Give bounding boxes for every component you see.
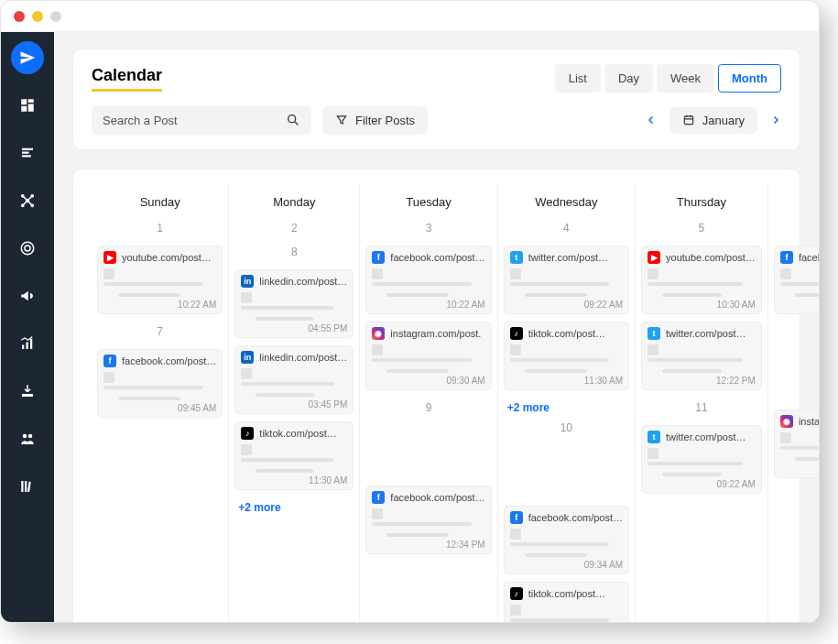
- yt-icon: ▶: [648, 251, 660, 264]
- post-card[interactable]: ffacebook.com/post…11:30 AM: [774, 246, 819, 314]
- post-card[interactable]: inlinkedin.com/post…03:45 PM: [234, 345, 354, 414]
- post-card[interactable]: ttwitter.com/post…09:22 AM: [641, 425, 762, 494]
- post-url: facebook.com/post…: [390, 252, 484, 263]
- tab-list[interactable]: List: [555, 64, 601, 93]
- svg-point-13: [25, 246, 30, 251]
- sidebar-item-feed[interactable]: [11, 136, 44, 169]
- day-number: 11: [639, 398, 764, 421]
- close-traffic-light[interactable]: [14, 11, 25, 22]
- network-icon: [19, 192, 36, 209]
- post-card[interactable]: ♪tiktok.com/post…11:30 AM: [504, 322, 629, 390]
- fb-icon: f: [510, 511, 523, 524]
- svg-rect-15: [27, 343, 28, 350]
- post-card[interactable]: ttwitter.com/post…09:22 AM: [504, 246, 629, 314]
- sidebar-item-network[interactable]: [11, 184, 44, 217]
- prev-month-button[interactable]: [646, 115, 657, 126]
- svg-rect-0: [21, 99, 27, 104]
- post-time: 10:22 AM: [103, 300, 216, 310]
- post-card[interactable]: ffacebook.com/post…12:34 PM: [365, 486, 491, 554]
- post-card[interactable]: ◉instagram.com/post.09:30 AM: [365, 322, 491, 390]
- post-url: twitter.com/post…: [528, 252, 623, 263]
- chart-icon: [19, 335, 36, 352]
- day-number: 5: [639, 218, 764, 242]
- post-time: 11:30 AM: [510, 376, 623, 386]
- post-card[interactable]: ◉instagram.com/post.09:30 AM: [774, 409, 819, 478]
- sidebar-item-library[interactable]: [11, 470, 44, 503]
- post-time: 03:45 PM: [241, 399, 347, 409]
- post-time: 11:30 AM: [241, 475, 347, 486]
- tw-icon: t: [648, 327, 660, 340]
- day-number: 4: [502, 218, 631, 242]
- calendar-column: Wednesday4ttwitter.com/post…09:22 AM♪tik…: [498, 184, 636, 622]
- svg-point-19: [28, 434, 33, 439]
- calendar-grid: Sunday1▶youtube.com/post…10:22 AM7ffaceb…: [92, 184, 781, 622]
- day-number: 7: [95, 322, 224, 345]
- tk-icon: ♪: [510, 327, 523, 340]
- post-card[interactable]: ttwitter.com/post…12:22 PM: [641, 322, 762, 390]
- next-month-button[interactable]: [770, 115, 781, 126]
- post-card[interactable]: ffacebook.com/post…09:34 AM: [504, 506, 629, 574]
- search-icon: [286, 113, 300, 127]
- svg-rect-2: [28, 104, 34, 112]
- day-header: Sunday: [95, 190, 224, 218]
- post-time: 09:30 AM: [780, 464, 819, 474]
- post-url: linkedin.com/post…: [259, 276, 347, 287]
- calendar-panel: Sunday1▶youtube.com/post…10:22 AM7ffaceb…: [72, 169, 800, 622]
- calendar-column: Friday6ffacebook.com/post…11:30 AM12◉ins…: [768, 184, 819, 622]
- filter-label: Filter Posts: [355, 114, 415, 127]
- sidebar-item-announce[interactable]: [11, 279, 44, 312]
- svg-rect-17: [22, 394, 33, 397]
- post-card[interactable]: ffacebook.com/post…10:22 AM: [365, 246, 491, 314]
- post-url: twitter.com/post…: [666, 431, 756, 442]
- svg-rect-1: [28, 99, 34, 103]
- sidebar-item-compass[interactable]: [11, 41, 44, 74]
- maximize-traffic-light[interactable]: [50, 11, 61, 22]
- post-url: facebook.com/post…: [390, 492, 484, 503]
- post-url: youtube.com/post…: [122, 252, 216, 263]
- more-posts-link[interactable]: +2 more: [233, 497, 355, 518]
- post-url: linkedin.com/post…: [259, 352, 347, 363]
- filter-icon: [335, 114, 348, 126]
- post-card[interactable]: ▶youtube.com/post…10:30 AM: [641, 246, 762, 314]
- tab-week[interactable]: Week: [657, 64, 714, 93]
- content-area: Calendar ListDayWeekMonth Search a Post …: [54, 32, 819, 622]
- team-icon: [19, 431, 36, 447]
- li-icon: in: [241, 351, 254, 364]
- more-posts-link[interactable]: +2 more: [502, 398, 631, 418]
- filter-button[interactable]: Filter Posts: [322, 106, 428, 135]
- sidebar-item-dashboard[interactable]: [11, 89, 44, 122]
- post-url: tiktok.com/post…: [528, 588, 623, 599]
- sidebar-item-downloads[interactable]: [11, 375, 44, 408]
- day-number: 8: [233, 242, 355, 266]
- day-number: 12: [772, 322, 819, 345]
- app-window: Calendar ListDayWeekMonth Search a Post …: [0, 0, 820, 623]
- post-url: twitter.com/post…: [666, 328, 756, 339]
- sidebar-item-analytics[interactable]: [11, 327, 44, 360]
- post-card[interactable]: inlinkedin.com/post…04:55 PM: [234, 269, 354, 338]
- svg-point-23: [288, 115, 296, 123]
- sidebar-item-help[interactable]: [11, 232, 44, 265]
- fb-icon: f: [103, 355, 116, 367]
- post-time: 10:30 AM: [648, 300, 756, 310]
- search-input[interactable]: Search a Post: [92, 105, 311, 135]
- minimize-traffic-light[interactable]: [32, 11, 43, 22]
- post-card[interactable]: ffacebook.com/post…09:45 AM: [97, 349, 223, 418]
- li-icon: in: [241, 275, 254, 288]
- tab-month[interactable]: Month: [718, 64, 781, 93]
- post-card[interactable]: ♪tiktok.com/post…03:22 PM: [504, 582, 629, 622]
- tab-day[interactable]: Day: [604, 64, 653, 93]
- post-time: 12:22 PM: [648, 376, 756, 386]
- svg-rect-5: [22, 152, 29, 154]
- post-url: instagram.com/post.: [799, 416, 819, 427]
- post-card[interactable]: ♪tiktok.com/post…11:30 AM: [234, 421, 354, 490]
- post-time: 09:22 AM: [648, 479, 756, 489]
- post-url: tiktok.com/post…: [259, 428, 347, 439]
- post-url: facebook.com/post…: [122, 355, 216, 366]
- day-number: 6: [772, 218, 819, 242]
- post-card[interactable]: ▶youtube.com/post…10:22 AM: [97, 246, 223, 314]
- megaphone-icon: [19, 288, 36, 304]
- day-number: 2: [233, 218, 355, 242]
- tk-icon: ♪: [241, 427, 254, 440]
- sidebar-item-team[interactable]: [11, 422, 44, 455]
- month-picker[interactable]: January: [669, 107, 757, 134]
